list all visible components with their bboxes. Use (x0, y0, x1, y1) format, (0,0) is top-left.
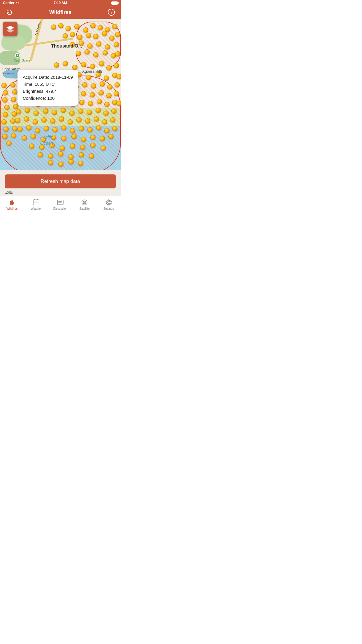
fire-dot[interactable] (79, 100, 85, 105)
fire-dot[interactable] (106, 65, 112, 71)
fire-dot[interactable] (104, 76, 109, 81)
tab-satellite[interactable]: Satellite (72, 199, 96, 210)
fire-dot[interactable] (13, 104, 18, 109)
fire-dot[interactable] (110, 117, 115, 123)
fire-dot[interactable] (90, 64, 95, 69)
fire-dot[interactable] (96, 108, 101, 113)
fire-dot[interactable] (33, 119, 38, 125)
fire-dot[interactable] (88, 101, 93, 106)
fire-dot[interactable] (15, 118, 20, 123)
fire-dot[interactable] (107, 84, 113, 90)
fire-dot[interactable] (17, 127, 23, 132)
fire-dot[interactable] (77, 35, 82, 40)
fire-dot[interactable] (39, 145, 45, 150)
info-button[interactable]: i (107, 8, 116, 17)
fire-dot[interactable] (117, 74, 121, 79)
fire-dot[interactable] (3, 127, 9, 132)
tab-settings[interactable]: Settings (96, 199, 121, 210)
tab-wildfires[interactable]: Wildfires (0, 199, 24, 210)
fire-dot[interactable] (99, 61, 104, 66)
fire-dot[interactable] (71, 134, 77, 139)
fire-dot[interactable] (52, 127, 58, 132)
fire-dot[interactable] (3, 90, 8, 95)
fire-dot[interactable] (70, 32, 75, 37)
fire-dot[interactable] (104, 128, 110, 133)
map-area[interactable]: Thousand O... Agoura Hills Westlake Vill… (0, 19, 121, 170)
fire-dot[interactable] (26, 125, 31, 130)
fire-dot[interactable] (11, 133, 16, 138)
fire-dot[interactable] (91, 83, 96, 89)
fire-dot[interactable] (12, 89, 17, 94)
fire-dot[interactable] (6, 141, 12, 146)
fire-dot[interactable] (100, 81, 105, 87)
fire-dot[interactable] (93, 52, 99, 57)
tab-discussion[interactable]: Discussion (48, 199, 73, 210)
fire-dot[interactable] (76, 51, 81, 56)
fire-dot[interactable] (22, 135, 27, 141)
fire-dot[interactable] (114, 91, 119, 96)
fire-dot[interactable] (115, 82, 120, 88)
fire-dot[interactable] (109, 36, 115, 41)
fire-dot[interactable] (87, 43, 93, 49)
fire-dot[interactable] (90, 92, 95, 97)
fire-dot[interactable] (86, 33, 91, 38)
fire-dot[interactable] (106, 93, 112, 98)
fire-dot[interactable] (102, 31, 107, 36)
fire-dot[interactable] (74, 24, 80, 29)
fire-dot[interactable] (44, 126, 49, 131)
fire-dot[interactable] (85, 118, 90, 124)
fire-dot[interactable] (78, 161, 83, 166)
fire-dot[interactable] (115, 32, 120, 37)
fire-dot[interactable] (70, 128, 75, 133)
fire-dot[interactable] (103, 111, 109, 116)
fire-dot[interactable] (87, 127, 93, 132)
fire-dot[interactable] (90, 23, 96, 28)
fire-dot[interactable] (61, 108, 66, 113)
fire-dot[interactable] (38, 152, 43, 158)
fire-dot[interactable] (51, 135, 56, 140)
fire-dot[interactable] (103, 50, 108, 55)
fire-dot[interactable] (61, 125, 66, 130)
fire-dot[interactable] (54, 62, 59, 68)
fire-dot[interactable] (29, 144, 34, 149)
fire-dot[interactable] (43, 108, 48, 114)
fire-dot[interactable] (99, 90, 104, 95)
fire-dot[interactable] (100, 136, 105, 141)
fire-dot[interactable] (50, 118, 55, 124)
fire-dot[interactable] (102, 119, 107, 125)
fire-info-popup[interactable]: Acquire Date: 2018-11-09 Time: 1855 UTC … (17, 70, 78, 106)
fire-dot[interactable] (90, 135, 96, 140)
fire-dot[interactable] (41, 117, 47, 123)
fire-dot[interactable] (48, 153, 53, 159)
fire-dot[interactable] (24, 116, 29, 122)
fire-dot[interactable] (69, 111, 75, 116)
fire-dot[interactable] (80, 145, 85, 150)
fire-dot[interactable] (11, 97, 16, 102)
fire-dot[interactable] (10, 118, 15, 124)
fire-dot[interactable] (112, 24, 117, 29)
fire-dot[interactable] (70, 42, 75, 47)
fire-dot[interactable] (108, 134, 114, 139)
fire-dot[interactable] (83, 27, 88, 33)
fire-dot[interactable] (68, 159, 74, 164)
fire-dot[interactable] (79, 41, 84, 46)
fire-dot[interactable] (10, 82, 15, 88)
fire-dot[interactable] (79, 152, 84, 158)
fire-dot[interactable] (78, 108, 83, 114)
fire-dot[interactable] (85, 49, 90, 55)
fire-dot[interactable] (63, 33, 68, 38)
tab-weather[interactable]: Weather (24, 199, 48, 210)
fire-dot[interactable] (2, 97, 8, 103)
fire-dot[interactable] (12, 126, 17, 131)
fire-dot[interactable] (63, 61, 68, 66)
legal-link[interactable]: Legal (5, 190, 116, 194)
refresh-button[interactable] (5, 8, 14, 17)
fire-dot[interactable] (66, 26, 71, 31)
fire-dot[interactable] (1, 119, 7, 125)
layers-button[interactable] (3, 22, 17, 36)
fire-dot[interactable] (101, 146, 106, 151)
fire-dot[interactable] (117, 101, 121, 106)
fire-dot[interactable] (52, 110, 57, 115)
fire-dot[interactable] (98, 25, 103, 30)
fire-dot[interactable] (87, 110, 92, 115)
